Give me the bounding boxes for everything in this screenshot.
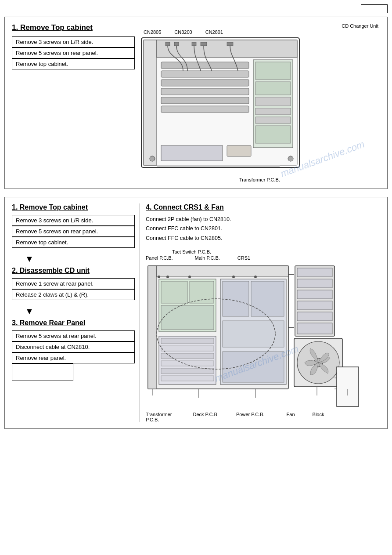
subsection-3: 3. Remove Rear Panel Remove 5 screws at … <box>12 319 135 381</box>
label-deck-pcb: Deck P.C.B. <box>193 412 219 422</box>
svg-rect-17 <box>165 42 170 46</box>
page-number <box>361 4 388 13</box>
instruction-2a-3: Remove top cabinet. <box>12 237 135 248</box>
svg-rect-19 <box>192 42 196 46</box>
label-power-pcb: Power P.C.B. <box>236 412 265 422</box>
instruction-1-2: Remove 5 screws on rear panel. <box>12 47 135 58</box>
svg-rect-55 <box>297 290 332 299</box>
svg-rect-33 <box>161 305 214 330</box>
svg-rect-31 <box>161 281 187 303</box>
instruction-2c-2: Disconnect cable at CN2810. <box>12 341 135 352</box>
svg-rect-16 <box>255 126 291 143</box>
section-box-1: 1. Remove Top cabinet Remove 3 screws on… <box>4 17 388 189</box>
svg-point-47 <box>158 276 160 278</box>
svg-rect-5 <box>161 71 249 77</box>
svg-rect-39 <box>161 368 214 374</box>
svg-rect-11 <box>255 62 291 80</box>
section-box-2: 1. Remove Top cabinet Remove 3 screws on… <box>4 197 388 429</box>
label-transformer-pcb-bottom: TransformerP.C.B. <box>146 412 172 422</box>
label-cn3200: CN3200 <box>174 29 192 35</box>
top-diagram-svg <box>139 36 302 176</box>
subsection-1: 1. Remove Top cabinet Remove 3 screws on… <box>12 203 135 248</box>
instruction-list-2c: Remove 5 screws at rear panel. Disconnec… <box>12 330 135 363</box>
empty-box <box>12 363 73 381</box>
label-panel-pcb: Panel P.C.B. <box>146 255 173 261</box>
svg-point-25 <box>288 156 293 161</box>
bottom-diagram-container: Tact Switch P.C.B. Panel P.C.B. Main P.C… <box>146 249 380 422</box>
section-1-diagram: CD Changer Unit CN2805 CN3200 CN2801 <box>139 23 380 182</box>
svg-rect-28 <box>148 266 157 389</box>
svg-rect-29 <box>157 266 288 277</box>
label-fan: Fan <box>287 412 295 422</box>
subsection-2: 2. Disassemble CD unit Remove 1 screw at… <box>12 267 135 300</box>
subsection-3-title: 3. Remove Rear Panel <box>12 319 135 327</box>
label-tact-switch: Tact Switch P.C.B. <box>172 249 211 254</box>
instruction-list-2a: Remove 3 screws on L/R side. Remove 5 sc… <box>12 215 135 248</box>
svg-rect-40 <box>161 376 214 381</box>
svg-rect-42 <box>223 281 249 316</box>
label-cn2801: CN2801 <box>205 29 223 35</box>
svg-rect-43 <box>251 281 284 316</box>
svg-rect-18 <box>174 42 179 46</box>
svg-rect-22 <box>161 145 223 161</box>
section-1-title: 1. Remove Top cabinet <box>12 23 135 32</box>
bottom-section-layout: 1. Remove Top cabinet Remove 3 screws on… <box>12 203 380 422</box>
instruction-2a-1: Remove 3 screws on L/R side. <box>12 215 135 226</box>
section-top-layout: 1. Remove Top cabinet Remove 3 screws on… <box>12 23 380 182</box>
label-crs1: CRS1 <box>237 255 250 261</box>
svg-rect-62 <box>337 367 359 406</box>
connect-text: Connect 2P cable (fan) to CN2810. Connec… <box>146 215 380 243</box>
connect-line-2: Connect FFC cable to CN2801. <box>146 224 380 233</box>
svg-rect-6 <box>161 80 249 86</box>
svg-rect-44 <box>223 321 284 347</box>
connect-line-3: Connect FFC cable to CN2805. <box>146 234 380 243</box>
svg-rect-26 <box>157 165 280 167</box>
label-block: Block <box>313 412 324 422</box>
instruction-list-2b: Remove 1 screw at rear panel. Release 2 … <box>12 278 135 300</box>
label-cd-changer: CD Changer Unit <box>342 23 378 29</box>
section-1-left: 1. Remove Top cabinet Remove 3 screws on… <box>12 23 135 182</box>
svg-point-24 <box>150 156 155 161</box>
svg-rect-57 <box>297 312 332 321</box>
label-cn2805: CN2805 <box>144 29 161 35</box>
instruction-2c-3: Remove rear panel. <box>12 352 135 363</box>
bottom-diagram-svg <box>146 261 361 411</box>
instruction-2b-1: Remove 1 screw at rear panel. <box>12 278 135 289</box>
svg-rect-12 <box>255 82 291 95</box>
svg-rect-54 <box>297 279 332 288</box>
svg-rect-36 <box>161 346 214 351</box>
label-transformer-pcb-top: Transformer P.C.B. <box>239 177 280 182</box>
subsection-1-title: 1. Remove Top cabinet <box>12 203 135 211</box>
instruction-1-3: Remove top cabinet. <box>12 58 135 69</box>
svg-rect-14 <box>255 108 291 115</box>
svg-rect-38 <box>161 361 214 366</box>
svg-rect-21 <box>227 42 233 46</box>
label-main-pcb: Main P.C.B. <box>195 255 220 261</box>
svg-rect-20 <box>201 42 207 46</box>
svg-rect-58 <box>297 323 332 334</box>
svg-point-51 <box>254 276 257 278</box>
subsection-2-title: 2. Disassemble CD unit <box>12 267 135 275</box>
bottom-right-col: 4. Connect CRS1 & Fan Connect 2P cable (… <box>139 203 380 422</box>
instruction-2b-2: Release 2 claws at (L) & (R). <box>12 289 135 300</box>
svg-rect-56 <box>297 301 332 310</box>
svg-rect-2 <box>144 40 157 165</box>
svg-point-48 <box>166 276 169 278</box>
svg-rect-9 <box>161 106 249 112</box>
svg-point-49 <box>188 276 191 278</box>
svg-rect-15 <box>255 117 291 123</box>
svg-rect-8 <box>161 97 249 104</box>
arrow-1: ▼ <box>25 254 135 264</box>
svg-rect-37 <box>161 353 214 359</box>
svg-rect-13 <box>255 97 291 106</box>
svg-rect-7 <box>161 88 249 95</box>
connect-line-1: Connect 2P cable (fan) to CN2810. <box>146 215 380 224</box>
arrow-2: ▼ <box>25 306 135 316</box>
page-header <box>4 4 388 13</box>
instruction-2c-1: Remove 5 screws at rear panel. <box>12 330 135 341</box>
subsection-4-title: 4. Connect CRS1 & Fan <box>146 203 380 211</box>
svg-rect-53 <box>297 268 332 277</box>
svg-rect-35 <box>161 338 214 344</box>
svg-rect-23 <box>227 145 251 156</box>
subsection-4: 4. Connect CRS1 & Fan Connect 2P cable (… <box>146 203 380 243</box>
